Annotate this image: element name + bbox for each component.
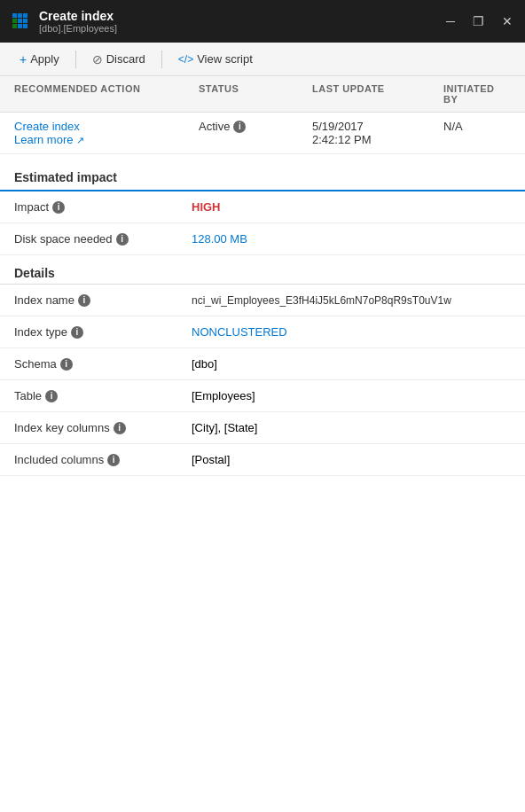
- view-script-label: View script: [197, 52, 253, 66]
- table-header: RECOMMENDED ACTION STATUS LAST UPDATE IN…: [0, 76, 525, 113]
- detail-info-icon-2: i: [60, 358, 73, 371]
- detail-value-3: [Employees]: [192, 389, 511, 402]
- data-row: Create index Learn more Active i 5/19/20…: [0, 113, 525, 154]
- detail-label-text-1: Index type: [14, 325, 67, 339]
- view-script-button[interactable]: </> View script: [169, 49, 262, 69]
- detail-label-2: Schemai: [14, 357, 192, 371]
- detail-row-4: Index key columnsi[City], [State]: [0, 412, 525, 444]
- detail-row-2: Schemai[dbo]: [0, 348, 525, 380]
- discard-button[interactable]: ⊘ Discard: [83, 49, 154, 70]
- close-button[interactable]: ✕: [497, 12, 518, 30]
- last-update-cell: 5/19/2017 2:42:12 PM: [312, 120, 436, 146]
- last-update-time: 2:42:12 PM: [312, 133, 436, 146]
- details-section-header: Details: [0, 255, 525, 285]
- detail-label-1: Index typei: [14, 325, 192, 339]
- detail-value-4: [City], [State]: [192, 421, 511, 434]
- disk-space-info-icon: i: [116, 233, 129, 246]
- status-cell: Active i: [199, 120, 305, 133]
- initiated-by-cell: N/A: [443, 120, 511, 133]
- separator-2: [161, 51, 162, 68]
- title-text: Create index [dbo].[Employees]: [39, 9, 117, 35]
- disk-space-value: 128.00 MB: [192, 232, 511, 246]
- apply-label: Apply: [30, 52, 59, 66]
- apply-button[interactable]: + Apply: [11, 49, 68, 70]
- detail-row-3: Tablei[Employees]: [0, 380, 525, 412]
- detail-label-4: Index key columnsi: [14, 421, 192, 434]
- detail-value-0: nci_wi_Employees_E3fH4iJ5kL6mN7oP8qR9sT0…: [192, 294, 511, 307]
- last-update-date: 5/19/2017: [312, 120, 436, 133]
- impact-value: HIGH: [192, 200, 511, 214]
- detail-label-text-0: Index name: [14, 293, 74, 307]
- detail-label-text-4: Index key columns: [14, 421, 110, 434]
- detail-value-1: NONCLUSTERED: [192, 325, 511, 339]
- impact-info-icon: i: [52, 201, 65, 214]
- recommended-action-cell: Create index Learn more: [14, 120, 192, 146]
- detail-label-0: Index namei: [14, 293, 192, 307]
- disk-space-row: Disk space needed i 128.00 MB: [0, 223, 525, 255]
- detail-row-0: Index nameinci_wi_Employees_E3fH4iJ5kL6m…: [0, 285, 525, 316]
- minimize-button[interactable]: ─: [441, 12, 460, 30]
- status-value: Active: [199, 120, 230, 133]
- impact-label: Impact i: [14, 200, 192, 214]
- status-info-icon: i: [233, 121, 246, 133]
- restore-button[interactable]: ❐: [467, 12, 490, 30]
- window-title: Create index: [39, 9, 117, 24]
- title-left: Create index [dbo].[Employees]: [7, 9, 117, 35]
- col-last-update: LAST UPDATE: [312, 83, 436, 105]
- detail-info-icon-3: i: [45, 390, 58, 402]
- toolbar: + Apply ⊘ Discard </> View script: [0, 43, 525, 76]
- details-container: Index nameinci_wi_Employees_E3fH4iJ5kL6m…: [0, 285, 525, 476]
- detail-value-5: [Postal]: [192, 453, 511, 466]
- col-recommended-action: RECOMMENDED ACTION: [14, 83, 192, 105]
- code-icon: </>: [178, 53, 193, 66]
- col-initiated-by: INITIATED BY: [443, 83, 511, 105]
- window-controls: ─ ❐ ✕: [441, 12, 518, 30]
- tab-estimated-impact[interactable]: Estimated impact: [14, 165, 117, 191]
- detail-label-3: Tablei: [14, 389, 192, 402]
- separator-1: [75, 51, 76, 68]
- detail-row-1: Index typeiNONCLUSTERED: [0, 316, 525, 348]
- detail-info-icon-5: i: [107, 454, 120, 466]
- window-subtitle: [dbo].[Employees]: [39, 23, 117, 34]
- detail-label-text-3: Table: [14, 389, 42, 402]
- detail-info-icon-4: i: [114, 422, 126, 434]
- detail-label-text-5: Included columns: [14, 453, 104, 466]
- impact-row: Impact i HIGH: [0, 191, 525, 223]
- col-status: STATUS: [199, 83, 305, 105]
- detail-value-2: [dbo]: [192, 357, 511, 371]
- detail-row-5: Included columnsi[Postal]: [0, 444, 525, 476]
- detail-info-icon-0: i: [78, 294, 90, 307]
- disk-space-label: Disk space needed i: [14, 232, 192, 246]
- create-index-link[interactable]: Create index: [14, 120, 80, 133]
- detail-info-icon-1: i: [71, 326, 83, 339]
- title-bar: Create index [dbo].[Employees] ─ ❐ ✕: [0, 0, 525, 43]
- learn-more-link[interactable]: Learn more: [14, 133, 84, 146]
- discard-icon: ⊘: [92, 52, 103, 66]
- detail-label-text-2: Schema: [14, 357, 57, 371]
- section-tabs: Estimated impact: [0, 154, 525, 191]
- detail-label-5: Included columnsi: [14, 453, 192, 466]
- plus-icon: +: [20, 52, 27, 66]
- app-icon: [7, 9, 32, 34]
- discard-label: Discard: [106, 52, 145, 66]
